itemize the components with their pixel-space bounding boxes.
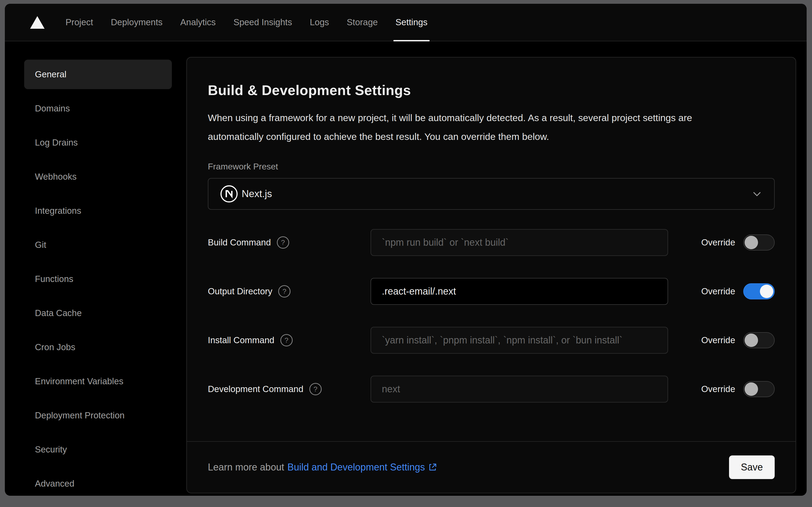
sidebar-item-webhooks[interactable]: Webhooks [24, 162, 172, 191]
output-directory-override-toggle[interactable] [743, 283, 775, 299]
card-title: Build & Development Settings [208, 82, 775, 98]
install-command-input[interactable] [370, 327, 668, 354]
settings-rows: Build Command ? Override Output D [208, 229, 775, 402]
vercel-logo[interactable] [30, 4, 45, 41]
build-command-label: Build Command [208, 237, 271, 247]
sidebar-item-git[interactable]: Git [24, 230, 172, 260]
framework-preset-select[interactable]: Next.js [208, 178, 775, 210]
override-label: Override [701, 286, 735, 296]
settings-sidebar: General Domains Log Drains Webhooks Inte… [5, 41, 186, 496]
override-label: Override [701, 384, 735, 394]
sidebar-item-cron-jobs[interactable]: Cron Jobs [24, 332, 172, 362]
development-command-input[interactable] [370, 376, 668, 402]
install-command-label: Install Command [208, 335, 275, 345]
sidebar-item-environment-variables[interactable]: Environment Variables [24, 367, 172, 396]
override-label: Override [701, 237, 735, 247]
build-settings-card: Build & Development Settings When using … [186, 57, 796, 493]
save-button[interactable]: Save [729, 455, 775, 479]
sidebar-item-security[interactable]: Security [24, 435, 172, 464]
sidebar-item-log-drains[interactable]: Log Drains [24, 128, 172, 157]
tab-logs[interactable]: Logs [310, 4, 329, 41]
tab-storage[interactable]: Storage [347, 4, 378, 41]
tab-settings[interactable]: Settings [396, 4, 427, 41]
help-icon[interactable]: ? [309, 383, 322, 395]
build-command-input[interactable] [370, 229, 668, 256]
nextjs-logo-icon [220, 185, 238, 203]
development-command-label: Development Command [208, 384, 303, 394]
toggle-knob [745, 236, 758, 249]
output-directory-label: Output Directory [208, 286, 272, 296]
learn-more-text: Learn more about [208, 462, 284, 473]
sidebar-item-advanced[interactable]: Advanced [24, 469, 172, 496]
toggle-knob [745, 382, 758, 396]
install-command-override-toggle[interactable] [743, 332, 775, 348]
tab-speed-insights[interactable]: Speed Insights [233, 4, 292, 41]
tab-analytics[interactable]: Analytics [180, 4, 216, 41]
help-icon[interactable]: ? [280, 334, 293, 346]
override-label: Override [701, 335, 735, 345]
development-command-override-toggle[interactable] [743, 381, 775, 397]
output-directory-input[interactable] [370, 278, 668, 305]
sidebar-item-integrations[interactable]: Integrations [24, 196, 172, 226]
build-command-override-toggle[interactable] [743, 234, 775, 250]
build-command-row: Build Command ? Override [208, 229, 775, 256]
tab-deployments[interactable]: Deployments [111, 4, 163, 41]
sidebar-item-functions[interactable]: Functions [24, 264, 172, 294]
build-settings-docs-link[interactable]: Build and Development Settings [287, 462, 437, 473]
main-content: Build & Development Settings When using … [186, 41, 807, 496]
app-window: Project Deployments Analytics Speed Insi… [5, 4, 807, 496]
sidebar-item-domains[interactable]: Domains [24, 94, 172, 123]
framework-preset-value: Next.js [242, 188, 272, 200]
install-command-row: Install Command ? Override [208, 327, 775, 354]
tab-project[interactable]: Project [65, 4, 93, 41]
nav-tabs: Project Deployments Analytics Speed Insi… [65, 4, 427, 41]
help-icon[interactable]: ? [277, 236, 289, 249]
toggle-knob [745, 334, 758, 347]
card-description: When using a framework for a new project… [208, 109, 750, 146]
vercel-triangle-icon [30, 16, 45, 29]
chevron-down-icon [752, 188, 762, 199]
help-icon[interactable]: ? [278, 285, 291, 297]
sidebar-item-data-cache[interactable]: Data Cache [24, 298, 172, 328]
toggle-knob [760, 285, 773, 298]
card-footer: Learn more about Build and Development S… [187, 441, 796, 493]
sidebar-item-deployment-protection[interactable]: Deployment Protection [24, 401, 172, 430]
external-link-icon [428, 462, 438, 472]
output-directory-row: Output Directory ? Override [208, 278, 775, 305]
sidebar-item-general[interactable]: General [24, 60, 172, 89]
development-command-row: Development Command ? Override [208, 376, 775, 402]
top-nav: Project Deployments Analytics Speed Insi… [5, 4, 807, 41]
framework-preset-label: Framework Preset [208, 162, 775, 172]
